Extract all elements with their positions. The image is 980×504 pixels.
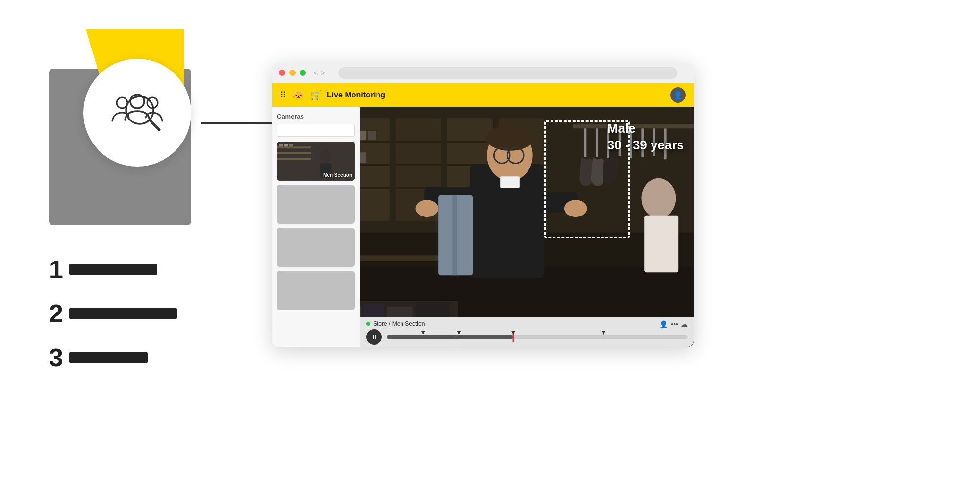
stat-bar-2 — [69, 308, 177, 319]
app-title: Live Monitoring — [327, 91, 385, 99]
back-icon[interactable]: < — [314, 69, 318, 77]
analytics-icon-circle — [83, 59, 191, 167]
timeline-marker-1: ▼ — [420, 328, 427, 336]
stat-bar-1 — [69, 264, 157, 275]
svg-rect-57 — [452, 195, 457, 275]
svg-line-4 — [150, 120, 159, 130]
timeline-marker-3: ▼ — [510, 328, 517, 336]
navigation-arrows: < > — [314, 69, 325, 77]
svg-rect-26 — [447, 141, 493, 143]
app-toolbar: ⠿ 🐱 🛒 Live Monitoring 👤 — [272, 83, 694, 107]
detection-gender: Male — [607, 120, 684, 137]
camera-thumb-2[interactable] — [277, 185, 355, 224]
stats-area: 1 2 3 — [49, 255, 177, 387]
video-location: Store / Men Section 👤 ••• ☁ — [366, 320, 688, 327]
svg-rect-30 — [360, 131, 366, 140]
svg-rect-6 — [277, 146, 311, 148]
camera-label-1: Men Section — [323, 172, 352, 178]
app-content: Cameras — [272, 107, 694, 347]
svg-rect-31 — [368, 131, 376, 140]
cameras-title: Cameras — [277, 113, 355, 120]
svg-rect-8 — [277, 158, 311, 160]
close-button[interactable] — [279, 70, 285, 76]
person-icon: 👤 — [659, 320, 668, 328]
stat-bar-3 — [69, 352, 148, 363]
cloud-icon: ☁ — [681, 320, 688, 328]
svg-point-58 — [641, 178, 676, 218]
svg-point-54 — [416, 200, 439, 217]
svg-rect-11 — [289, 144, 293, 146]
more-icon[interactable]: ••• — [671, 320, 678, 328]
timeline-marker-4: ▼ — [600, 328, 607, 336]
svg-rect-23 — [396, 141, 441, 143]
cameras-sidebar: Cameras — [272, 107, 360, 347]
video-main: Male 30 - 39 years Store / Men Section 👤… — [360, 107, 694, 347]
video-timeline: ⏸ ▼ ▼ ▼ ▼ — [366, 329, 688, 345]
stat-row-3: 3 — [49, 343, 177, 372]
stat-row-2: 2 — [49, 299, 177, 328]
user-avatar[interactable]: 👤 — [670, 87, 686, 103]
left-section: 1 2 3 — [0, 0, 275, 504]
maximize-button[interactable] — [300, 70, 306, 76]
svg-rect-21 — [360, 164, 390, 166]
pause-button[interactable]: ⏸ — [366, 329, 382, 345]
stat-row-1: 1 — [49, 255, 177, 284]
live-indicator — [366, 322, 370, 326]
camera-thumb-4[interactable] — [277, 271, 355, 310]
svg-rect-59 — [644, 216, 678, 273]
timeline-progress — [387, 335, 513, 339]
location-text: Store / Men Section — [373, 320, 425, 327]
video-bottom-bar: Store / Men Section 👤 ••• ☁ ⏸ ▼ — [360, 317, 694, 347]
forward-icon[interactable]: > — [321, 69, 325, 77]
minimize-button[interactable] — [289, 70, 296, 76]
people-search-icon — [105, 81, 169, 144]
stat-number-2: 2 — [49, 299, 63, 328]
camera-thumb-1[interactable]: Men Section — [277, 142, 355, 181]
detection-label: Male 30 - 39 years — [607, 120, 684, 154]
svg-rect-20 — [360, 141, 390, 143]
timeline-track[interactable]: ▼ ▼ ▼ ▼ — [387, 335, 688, 339]
svg-rect-9 — [279, 144, 283, 146]
stat-number-1: 1 — [49, 255, 63, 284]
grid-menu-icon[interactable]: ⠿ — [280, 90, 286, 100]
svg-rect-44 — [360, 255, 447, 261]
address-bar[interactable] — [338, 67, 677, 79]
timeline-marker-2: ▼ — [455, 328, 462, 336]
nav-icon: 🛒 — [310, 90, 321, 100]
app-logo: 🐱 — [292, 89, 304, 101]
svg-rect-7 — [277, 152, 311, 154]
svg-rect-22 — [360, 187, 390, 189]
camera-search-input[interactable] — [277, 124, 355, 137]
browser-window: < > ⠿ 🐱 🛒 Live Monitoring 👤 Cameras — [272, 63, 694, 347]
svg-rect-51 — [500, 176, 520, 188]
stat-number-3: 3 — [49, 343, 63, 372]
svg-rect-10 — [284, 144, 288, 146]
video-action-icons[interactable]: 👤 ••• ☁ — [659, 320, 688, 328]
svg-point-47 — [486, 126, 534, 151]
svg-rect-33 — [360, 152, 366, 163]
browser-chrome: < > — [272, 63, 694, 83]
svg-rect-24 — [396, 164, 441, 166]
svg-point-12 — [320, 149, 331, 163]
detection-age: 30 - 39 years — [607, 137, 684, 154]
camera-thumb-3[interactable] — [277, 228, 355, 267]
